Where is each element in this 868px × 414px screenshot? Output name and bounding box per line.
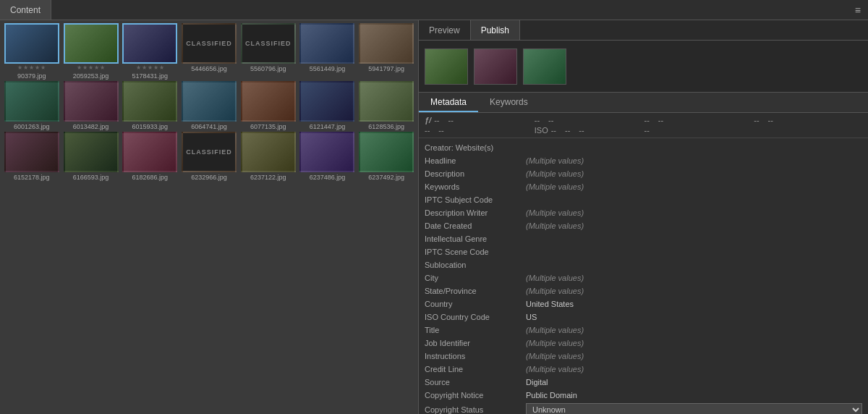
copyright-status-dropdown[interactable]: UnknownCopyrightedPublic DomainUnknown — [526, 403, 862, 414]
left-panel: ★★★★★90379.jpg★★★★★2059253.jpg★★★★★51784… — [0, 20, 418, 414]
metadata-label: Creator: Website(s) — [425, 143, 526, 152]
metadata-label: IPTC Subject Code — [425, 195, 526, 204]
preview-tab[interactable]: Preview — [419, 20, 471, 40]
image-placeholder — [242, 83, 294, 120]
camera-val4: -- — [548, 116, 553, 124]
metadata-value: Public Domain — [526, 391, 862, 400]
star-rating: ★★★★★ — [17, 64, 46, 71]
image-filename: 6121447.jpg — [299, 123, 354, 130]
metadata-value: US — [526, 313, 862, 321]
sub-tabs: Metadata Keywords — [419, 93, 868, 113]
metadata-row: Copyright NoticePublic Domain — [419, 389, 868, 402]
image-filename: 6064741.jpg — [182, 123, 237, 130]
metadata-row: Keywords(Multiple values) — [419, 180, 868, 193]
camera-val6: -- — [658, 116, 663, 124]
metadata-label: Credit Line — [425, 365, 526, 373]
image-filename: 6182686.jpg — [122, 174, 177, 181]
metadata-label: State/Province — [425, 287, 526, 295]
menu-icon[interactable]: ≡ — [848, 4, 868, 16]
metadata-value: (Multiple values) — [526, 182, 862, 191]
list-item[interactable]: 6152178.jpg — [3, 132, 61, 181]
metadata-value: (Multiple values) — [526, 352, 862, 360]
list-item[interactable]: CLASSIFIED5560796.jpg — [239, 23, 297, 80]
filmstrip — [419, 41, 868, 93]
camera-info: ƒ/ -- -- -- -- -- -- -- -- -- -- ISO — [419, 113, 868, 138]
metadata-label: Country — [425, 300, 526, 308]
metadata-label: City — [425, 274, 526, 282]
filmstrip-thumb[interactable] — [474, 48, 517, 85]
metadata-value: Digital — [526, 378, 862, 386]
image-placeholder — [6, 133, 58, 171]
list-item[interactable]: 6182686.jpg — [121, 132, 179, 181]
metadata-label: Job Identifier — [425, 339, 526, 347]
image-filename: 6015933.jpg — [122, 123, 177, 130]
iso-extra2: -- — [579, 126, 584, 135]
metadata-value: United States — [526, 300, 862, 308]
image-filename: 5941797.jpg — [359, 65, 414, 72]
camera-row3: -- -- — [644, 116, 753, 124]
publish-tab[interactable]: Publish — [471, 20, 520, 40]
list-item[interactable]: ★★★★★90379.jpg — [3, 23, 61, 80]
image-filename: 5561449.jpg — [299, 65, 354, 72]
image-placeholder — [301, 25, 353, 62]
list-item[interactable]: 6237492.jpg — [357, 132, 415, 181]
list-item[interactable]: 6128536.jpg — [357, 81, 415, 130]
metadata-value: (Multiple values) — [526, 287, 862, 295]
image-filename: 6237122.jpg — [241, 174, 296, 181]
content-tab[interactable]: Content — [0, 0, 51, 20]
classified-overlay: CLASSIFIED — [183, 133, 235, 171]
image-placeholder — [360, 133, 412, 171]
metadata-row: State/Province(Multiple values) — [419, 284, 868, 297]
iso-value: -- — [551, 126, 556, 135]
image-placeholder — [6, 25, 58, 62]
camera-row4: -- -- — [754, 116, 862, 124]
image-filename: 6077135.jpg — [241, 123, 296, 130]
metadata-value: (Multiple values) — [526, 156, 862, 165]
image-placeholder — [360, 83, 412, 120]
metadata-label: Copyright Notice — [425, 391, 526, 400]
list-item[interactable]: ★★★★★5178431.jpg — [121, 23, 179, 80]
camera-val5: -- — [644, 116, 650, 124]
list-item[interactable]: 5941797.jpg — [357, 23, 415, 80]
metadata-row: CountryUnited States — [419, 297, 868, 310]
metadata-label: Title — [425, 326, 526, 334]
filmstrip-thumb[interactable] — [425, 48, 468, 85]
list-item[interactable]: CLASSIFIED5446656.jpg — [180, 23, 238, 80]
list-item[interactable]: 6121447.jpg — [299, 81, 357, 130]
image-filename: 6128536.jpg — [359, 123, 414, 130]
shutter-value: -- — [448, 116, 454, 124]
list-item[interactable]: 6237122.jpg — [239, 132, 297, 181]
image-filename: 6013482.jpg — [64, 123, 119, 130]
camera-val9: -- — [425, 126, 430, 135]
camera-row6: -- — [644, 126, 753, 135]
metadata-subtab[interactable]: Metadata — [419, 93, 478, 112]
list-item[interactable]: CLASSIFIED6232966.jpg — [180, 132, 238, 181]
classified-overlay: CLASSIFIED — [242, 25, 294, 62]
metadata-row: Intellectual Genre — [419, 232, 868, 245]
filmstrip-thumb[interactable] — [523, 48, 566, 85]
metadata-label: Description Writer — [425, 208, 526, 217]
metadata-label: IPTC Scene Code — [425, 248, 526, 256]
metadata-value: (Multiple values) — [526, 208, 862, 217]
list-item[interactable]: 6064741.jpg — [180, 81, 238, 130]
metadata-row: Creator: Website(s) — [419, 141, 868, 154]
metadata-value: (Multiple values) — [526, 326, 862, 334]
list-item[interactable]: 6166593.jpg — [62, 132, 120, 181]
list-item[interactable]: 6237486.jpg — [299, 132, 357, 181]
list-item[interactable]: ★★★★★2059253.jpg — [62, 23, 120, 80]
metadata-table: Creator: Website(s)Headline(Multiple val… — [419, 138, 868, 414]
list-item[interactable]: 6077135.jpg — [239, 81, 297, 130]
image-placeholder — [124, 133, 176, 171]
list-item[interactable]: 6015933.jpg — [121, 81, 179, 130]
image-placeholder — [242, 133, 294, 171]
list-item[interactable]: 6013482.jpg — [62, 81, 120, 130]
metadata-label: ISO Country Code — [425, 313, 526, 321]
metadata-row: ISO Country CodeUS — [419, 310, 868, 324]
metadata-value: (Multiple values) — [526, 274, 862, 282]
list-item[interactable]: 6001263.jpg — [3, 81, 61, 130]
keywords-subtab[interactable]: Keywords — [478, 93, 540, 112]
list-item[interactable]: 5561449.jpg — [299, 23, 357, 80]
metadata-row: Headline(Multiple values) — [419, 154, 868, 167]
metadata-label: Headline — [425, 156, 526, 165]
right-top-bar: Preview Publish — [419, 20, 868, 41]
